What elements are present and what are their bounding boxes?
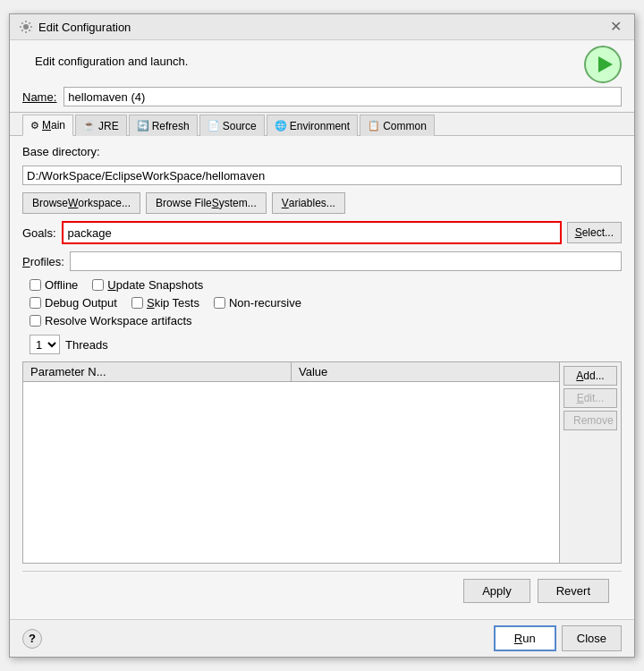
threads-row: 1 2 4 Threads [22,335,622,354]
debug-output-label: Debug Output [45,296,117,310]
browse-workspace-button[interactable]: Browse Workspace... [22,192,140,214]
name-input[interactable] [64,87,622,106]
offline-checkbox[interactable] [30,279,41,291]
run-button[interactable]: Run [494,625,556,651]
tabs-bar: ⚙ Main ☕ JRE 🔄 Refresh 📄 Source 🌐 Enviro… [10,112,634,136]
table-main: Parameter N... Value [23,362,559,563]
base-dir-input-row [22,166,622,185]
remove-parameter-button[interactable]: Remove [564,411,617,430]
revert-button[interactable]: Revert [538,579,609,603]
dialog-title: Edit Configuration [38,21,131,34]
tab-jre-label: JRE [98,120,119,132]
title-bar: Edit Configuration ✕ [10,14,634,40]
offline-checkbox-item: Offline [30,278,78,292]
browse-filesystem-button[interactable]: Browse File System... [146,192,267,214]
resolve-workspace-label: Resolve Workspace artifacts [45,314,192,327]
skip-tests-label: Skip Tests [147,296,199,310]
base-dir-input[interactable] [22,166,622,185]
threads-select[interactable]: 1 2 4 [30,335,60,354]
non-recursive-label: Non-recursive [229,296,301,310]
update-snapshots-checkbox-item: Update Snapshots [92,278,203,292]
table-col-param: Parameter N... [23,362,292,381]
common-tab-icon: 📋 [368,120,380,132]
non-recursive-checkbox[interactable] [214,297,225,309]
base-dir-label: Base directory: [22,145,100,158]
checkbox-row-3: Resolve Workspace artifacts [30,314,622,327]
refresh-tab-icon: 🔄 [137,120,149,132]
name-label: Name: [22,90,56,104]
tab-jre[interactable]: ☕ JRE [75,115,127,136]
offline-label: Offline [45,278,78,292]
content-area: Base directory: Browse Workspace... Brow… [10,136,634,619]
help-button[interactable]: ? [22,629,42,649]
close-title-bar-button[interactable]: ✕ [606,20,625,34]
footer-bar: ? Run Close [10,619,634,657]
close-dialog-button[interactable]: Close [562,625,622,651]
tab-common[interactable]: 📋 Common [360,115,435,136]
jre-tab-icon: ☕ [83,120,96,132]
apply-button[interactable]: Apply [463,579,530,603]
dialog-subtitle: Edit configuration and launch. [22,46,584,73]
checkbox-row-1: Offline Update Snapshots [30,278,622,292]
edit-parameter-button[interactable]: Edit... [564,388,617,408]
tab-source[interactable]: 📄 Source [199,115,265,136]
name-row: Name: [10,83,634,112]
header-row: Edit configuration and launch. [10,40,634,83]
table-col-value: Value [292,362,559,381]
svg-point-0 [23,24,29,30]
update-snapshots-label: Update Snapshots [107,278,203,292]
tab-common-label: Common [383,120,427,132]
variables-button[interactable]: Variables... [272,192,345,214]
browse-row: Browse Workspace... Browse File System..… [22,192,622,214]
goals-label: Goals: [22,226,56,240]
edit-configuration-dialog: Edit Configuration ✕ Edit configuration … [9,13,635,658]
parameter-table: Parameter N... Value Add... Edit... Remo… [22,361,622,564]
table-buttons: Add... Edit... Remove [559,362,621,563]
add-parameter-button[interactable]: Add... [564,366,617,386]
tab-main-label: Main [42,119,65,132]
goals-row: Goals: Select... [22,221,622,244]
tab-refresh-label: Refresh [152,120,190,132]
tab-refresh[interactable]: 🔄 Refresh [129,115,198,136]
tab-environment-label: Environment [290,120,350,132]
skip-tests-checkbox[interactable] [131,297,143,309]
tab-environment[interactable]: 🌐 Environment [267,115,358,136]
resolve-workspace-checkbox[interactable] [30,315,41,327]
profiles-label: Profiles: [22,255,64,268]
profiles-row: Profiles: [22,251,622,271]
profiles-input[interactable] [70,251,622,271]
title-bar-left: Edit Configuration [19,20,131,34]
skip-tests-checkbox-item: Skip Tests [131,296,199,310]
run-circle-icon[interactable] [584,46,622,83]
config-icon [19,20,33,34]
main-tab-icon: ⚙ [30,120,39,132]
header-text-col: Edit configuration and launch. [22,46,584,73]
select-button[interactable]: Select... [567,222,622,243]
debug-output-checkbox[interactable] [30,297,41,309]
update-snapshots-checkbox[interactable] [92,279,104,291]
bottom-actions: Apply Revert [22,571,622,610]
footer-right: Run Close [494,625,622,651]
threads-label: Threads [65,338,108,352]
table-header: Parameter N... Value [23,362,559,382]
source-tab-icon: 📄 [208,120,220,132]
tab-source-label: Source [223,120,257,132]
tab-main[interactable]: ⚙ Main [22,115,73,136]
debug-output-checkbox-item: Debug Output [30,296,117,310]
checkbox-row-2: Debug Output Skip Tests Non-recursive [30,296,622,310]
goals-input[interactable] [64,224,559,242]
goals-input-wrapper [62,221,562,244]
table-body [23,382,559,563]
resolve-workspace-checkbox-item: Resolve Workspace artifacts [30,314,192,327]
checkboxes-area: Offline Update Snapshots Debug Output Sk… [22,278,622,327]
base-dir-row: Base directory: [22,145,622,158]
non-recursive-checkbox-item: Non-recursive [214,296,301,310]
env-tab-icon: 🌐 [275,120,287,132]
